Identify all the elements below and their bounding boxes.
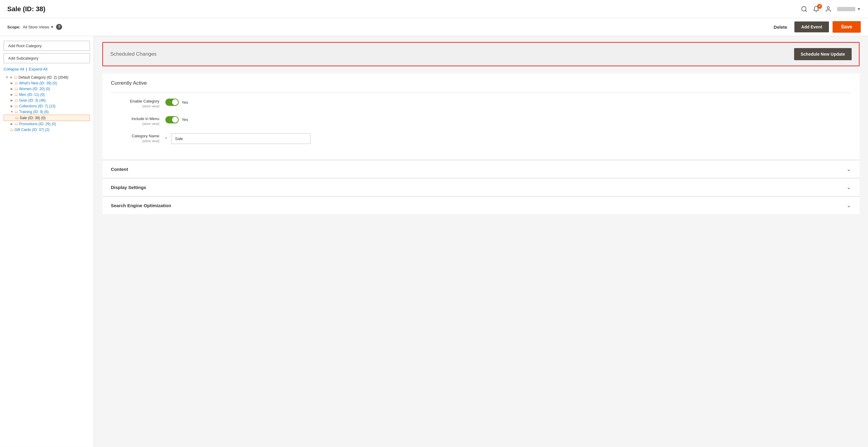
display-settings-section-header[interactable]: Display Settings ⌄	[102, 178, 860, 196]
tree-item[interactable]: ▶ 🗂 Women (ID: 20) (0)	[4, 86, 90, 92]
tree-item[interactable]: 🗂 Gift Cards (ID: 37) (2)	[4, 127, 90, 133]
enable-category-row: Enable Category [store view] Yes	[111, 99, 851, 109]
schedule-new-update-button[interactable]: Schedule New Update	[794, 48, 851, 60]
scope-select[interactable]: All Store Views ▼	[23, 25, 54, 29]
display-settings-chevron-icon: ⌄	[846, 184, 851, 191]
enable-category-yes-label: Yes	[182, 100, 188, 105]
tree-label: Default Category (ID: 2) (2048)	[19, 75, 68, 79]
expand-all-link[interactable]: Expand All	[29, 67, 47, 71]
top-header: Sale (ID: 38) 4 ▼	[0, 0, 868, 18]
tree-item[interactable]: ▶ 🗂 What's New (ID: 39) (0)	[4, 80, 90, 86]
folder-icon: 🗂	[14, 109, 18, 114]
svg-point-2	[827, 6, 829, 8]
user-icon-button[interactable]	[825, 6, 832, 12]
notification-count: 4	[817, 4, 822, 9]
tree-icon: ▼	[9, 76, 13, 79]
add-root-category-button[interactable]: Add Root Category	[4, 41, 90, 51]
tree-label: Women (ID: 20) (0)	[19, 87, 50, 91]
enable-category-sublabel: [store view]	[111, 104, 159, 109]
tree-item[interactable]: ▶ 🗂 Collections (ID: 7) (13)	[4, 103, 90, 109]
display-settings-section: Display Settings ⌄	[102, 178, 860, 196]
tree-toggle[interactable]: ▶	[10, 122, 14, 126]
scheduled-changes-title: Scheduled Changes	[110, 51, 157, 57]
page-title: Sale (ID: 38)	[7, 5, 45, 13]
category-name-input[interactable]	[171, 133, 310, 144]
tree-toggle[interactable]: ▼	[5, 75, 9, 79]
tree-label: Collections (ID: 7) (13)	[19, 104, 55, 108]
enable-category-label: Enable Category [store view]	[111, 99, 165, 109]
scope-dropdown-icon: ▼	[51, 25, 54, 29]
divider	[111, 92, 851, 93]
toggle-knob	[172, 117, 178, 123]
pipe-divider: |	[26, 67, 27, 71]
content-chevron-icon: ⌄	[846, 166, 851, 172]
seo-title: Search Engine Optimization	[111, 203, 171, 208]
category-name-value: *	[165, 133, 310, 144]
tree-toggle[interactable]: ▶	[10, 81, 14, 85]
folder-icon: 🗂	[14, 87, 18, 91]
enable-category-toggle[interactable]	[165, 99, 179, 106]
currently-active-section: Currently Active Enable Category [store …	[102, 73, 860, 160]
user-dropdown-icon: ▼	[857, 7, 861, 11]
tree-label: What's New (ID: 39) (0)	[19, 81, 57, 85]
user-name-placeholder	[837, 7, 855, 11]
currently-active-title: Currently Active	[111, 80, 851, 86]
scope-label: Scope:	[7, 25, 20, 29]
header-icons: 4 ▼	[801, 6, 861, 12]
seo-section: Search Engine Optimization ⌄	[102, 196, 860, 214]
content-section: Content ⌄	[102, 160, 860, 178]
tree-toggle[interactable]: ▶	[10, 104, 14, 108]
folder-icon: 🗂	[14, 92, 18, 97]
scheduled-changes-header: Scheduled Changes Schedule New Update	[103, 43, 859, 66]
collapse-expand-links: Collapse All | Expand All	[4, 67, 90, 71]
category-name-sublabel: [store view]	[111, 139, 159, 143]
toggle-track[interactable]	[165, 99, 179, 106]
content-area: Scheduled Changes Schedule New Update Cu…	[94, 36, 868, 447]
tree-container: ▼ ▼ 🗂 Default Category (ID: 2) (2048) ▶ …	[4, 74, 90, 133]
notification-button[interactable]: 4	[813, 6, 819, 12]
scope-right: Delete Add Event Save	[770, 21, 861, 33]
tree-label: Men (ID: 11) (0)	[19, 93, 45, 97]
tree-item[interactable]: ▶ 🗂 Men (ID: 11) (0)	[4, 92, 90, 97]
search-button[interactable]	[801, 6, 807, 12]
include-in-menu-yes-label: Yes	[182, 117, 188, 122]
tree-item-active[interactable]: 🗂 Sale (ID: 38) (0)	[4, 115, 90, 121]
tree-toggle[interactable]: ▶	[10, 98, 14, 103]
collapse-all-link[interactable]: Collapse All	[4, 67, 24, 71]
folder-icon: 🗂	[14, 98, 18, 103]
folder-icon: 🗂	[14, 104, 18, 108]
tree-toggle[interactable]: ▶	[10, 87, 14, 91]
delete-button[interactable]: Delete	[770, 23, 791, 31]
scope-value: All Store Views	[23, 25, 49, 29]
include-in-menu-value: Yes	[165, 116, 188, 124]
tree-label: Training (ID: 9) (6)	[19, 110, 49, 114]
tree-label: Sale (ID: 38) (0)	[20, 116, 45, 120]
user-area[interactable]: ▼	[837, 7, 861, 11]
tree-item[interactable]: ▼ 🗂 Training (ID: 9) (6)	[4, 109, 90, 115]
enable-category-value: Yes	[165, 99, 188, 106]
help-icon[interactable]: ?	[56, 24, 62, 30]
add-event-button[interactable]: Add Event	[795, 22, 829, 32]
folder-icon: 🗂	[14, 81, 18, 85]
scheduled-changes-box: Scheduled Changes Schedule New Update	[102, 42, 860, 66]
tree-item[interactable]: ▶ 🗂 Gear (ID: 3) (46)	[4, 97, 90, 103]
folder-icon: 🗂	[15, 115, 19, 120]
content-section-header[interactable]: Content ⌄	[102, 160, 860, 178]
required-star: *	[165, 136, 167, 141]
svg-line-1	[805, 10, 807, 11]
toggle-track[interactable]	[165, 116, 179, 124]
seo-section-header[interactable]: Search Engine Optimization ⌄	[102, 196, 860, 214]
folder-icon: 🗂	[10, 127, 13, 132]
save-button[interactable]: Save	[833, 21, 861, 33]
scope-bar: Scope: All Store Views ▼ ? Delete Add Ev…	[0, 18, 868, 36]
add-subcategory-button[interactable]: Add Subcategory	[4, 53, 90, 63]
category-name-label: Category Name [store view]	[111, 133, 165, 144]
include-in-menu-toggle[interactable]	[165, 116, 179, 124]
include-in-menu-label: Include in Menu [store view]	[111, 116, 165, 127]
display-settings-title: Display Settings	[111, 185, 146, 190]
tree-toggle[interactable]: ▼	[10, 110, 14, 114]
tree-item[interactable]: ▼ ▼ 🗂 Default Category (ID: 2) (2048)	[4, 74, 90, 80]
tree-item[interactable]: ▶ 🗂 Promotions (ID: 29) (0)	[4, 121, 90, 127]
folder-icon: 🗂	[14, 122, 18, 126]
tree-toggle[interactable]: ▶	[10, 93, 14, 97]
